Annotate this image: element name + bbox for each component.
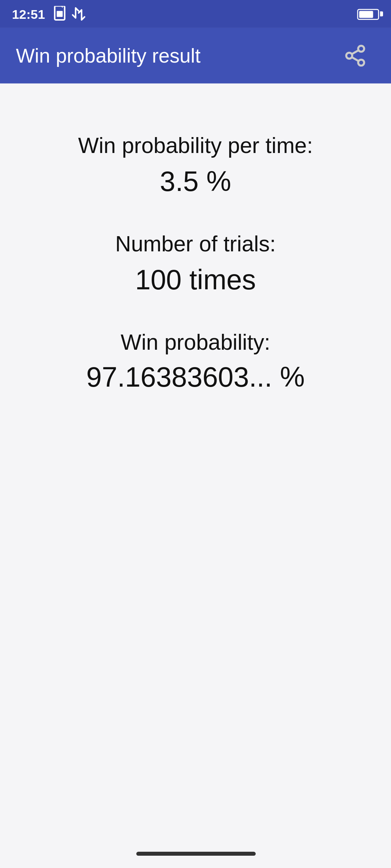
sim-card-icon [53,6,67,22]
status-icons [53,6,86,22]
nav-bar [0,840,391,868]
svg-line-6 [352,57,359,61]
app-bar: Win probability result [0,28,391,84]
win-probability-value: 97.16383603... % [86,362,304,394]
battery-icon [357,8,379,19]
nav-indicator [136,852,255,856]
win-probability-per-time-value: 3.5 % [160,166,231,197]
share-icon [343,44,367,68]
status-bar: 12:51 [0,0,391,28]
status-bar-left: 12:51 [12,6,86,22]
win-probability-per-time-label: Win probability per time: [78,131,313,162]
number-of-trials-value: 100 times [135,264,256,296]
status-time: 12:51 [12,7,45,21]
svg-point-3 [358,46,364,51]
status-bar-right [357,8,379,19]
win-probability-label: Win probability: [121,328,270,358]
app-bar-title: Win probability result [16,44,201,67]
number-of-trials-label: Number of trials: [115,229,276,260]
svg-rect-1 [57,11,63,17]
svg-point-5 [358,60,364,65]
transfer-icon [72,6,86,22]
share-button[interactable] [335,36,375,76]
content-area: Win probability per time: 3.5 % Number o… [0,84,391,442]
svg-line-7 [352,50,359,54]
svg-point-4 [346,53,352,59]
